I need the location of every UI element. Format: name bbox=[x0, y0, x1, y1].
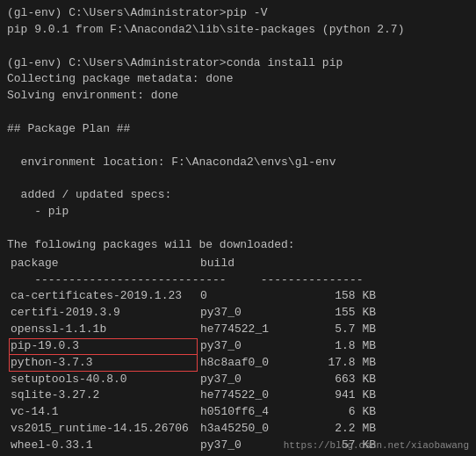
table-row: ca-certificates-2019.1.23 0 158 KB bbox=[7, 288, 469, 305]
pkg-name: ca-certificates-2019.1.23 bbox=[7, 288, 200, 305]
pkg-build: h8c8aaf0_0 bbox=[200, 355, 306, 372]
table-row: sqlite-3.27.2 he774522_0 941 KB bbox=[7, 387, 469, 404]
pkg-build: he774522_1 bbox=[200, 322, 306, 338]
pkg-name: vc-14.1 bbox=[7, 404, 200, 421]
cmd-line-2: pip 9.0.1 from F:\Anaconda2\lib\site-pac… bbox=[7, 22, 469, 39]
table-row: vc-14.1 h0510ff6_4 6 KB bbox=[7, 404, 469, 421]
table-row: certifi-2019.3.9 py37_0 155 KB bbox=[7, 305, 469, 322]
table-row: setuptools-40.8.0 py37_0 663 KB bbox=[7, 372, 469, 388]
pkg-build: h0510ff6_4 bbox=[200, 404, 306, 421]
col-header-size bbox=[306, 256, 376, 272]
pkg-size: 941 KB bbox=[306, 387, 376, 404]
empty-line-5 bbox=[7, 221, 469, 237]
table-row-highlighted: python-3.7.3 h8c8aaf0_0 17.8 MB bbox=[7, 355, 469, 372]
cmd-line-6: Solving environment: done bbox=[7, 88, 469, 105]
pkg-build: he774522_0 bbox=[200, 387, 306, 404]
watermark-text: https://blog.csdn.net/xiaobawang bbox=[284, 440, 469, 451]
col-header-package: package bbox=[7, 256, 200, 272]
pkg-name: wheel-0.33.1 bbox=[7, 438, 200, 454]
added-specs: added / updated specs: bbox=[7, 187, 469, 204]
pkg-build: h3a45250_0 bbox=[200, 421, 306, 438]
pkg-name: python-3.7.3 bbox=[7, 355, 200, 372]
pkg-size: 2.2 MB bbox=[306, 421, 376, 438]
pkg-name: pip-19.0.3 bbox=[7, 338, 200, 355]
pkg-size: 158 KB bbox=[306, 288, 376, 305]
pkg-name: vs2015_runtime-14.15.26706 bbox=[7, 421, 200, 438]
pkg-name: setuptools-40.8.0 bbox=[7, 372, 200, 388]
empty-line-4 bbox=[7, 170, 469, 187]
table-row-highlighted: pip-19.0.3 py37_0 1.8 MB bbox=[7, 338, 469, 355]
pkg-size: 155 KB bbox=[306, 305, 376, 322]
pkg-build: py37_0 bbox=[200, 305, 306, 322]
pkg-build: py37_0 bbox=[200, 372, 306, 388]
pkg-name: openssl-1.1.1b bbox=[7, 322, 200, 338]
pip-spec: - pip bbox=[7, 204, 469, 221]
pkg-size: 1.8 MB bbox=[306, 338, 376, 355]
pkg-size: 5.7 MB bbox=[306, 322, 376, 338]
empty-line-3 bbox=[7, 138, 469, 155]
env-location: environment location: F:\Anaconda2\envs\… bbox=[7, 155, 469, 171]
col-header-build: build bbox=[200, 256, 306, 272]
empty-line-2 bbox=[7, 105, 469, 121]
cmd-line-5: Collecting package metadata: done bbox=[7, 71, 469, 88]
following-text: The following packages will be downloade… bbox=[7, 237, 469, 254]
table-divider: ---------------------------- -----------… bbox=[7, 272, 469, 289]
table-header-row: package build bbox=[7, 256, 469, 272]
pkg-name: certifi-2019.3.9 bbox=[7, 305, 200, 322]
pkg-build: py37_0 bbox=[200, 338, 306, 355]
cmd-line-4: (gl-env) C:\Users\Administrator>conda in… bbox=[7, 55, 469, 72]
table-row: openssl-1.1.1b he774522_1 5.7 MB bbox=[7, 322, 469, 338]
pkg-size: 6 KB bbox=[306, 404, 376, 421]
pkg-name: sqlite-3.27.2 bbox=[7, 387, 200, 404]
pkg-size: 17.8 MB bbox=[306, 355, 376, 372]
packages-table: package build --------------------------… bbox=[7, 256, 469, 456]
table-row: vs2015_runtime-14.15.26706 h3a45250_0 2.… bbox=[7, 421, 469, 438]
cmd-line-1: (gl-env) C:\Users\Administrator>pip -V bbox=[7, 5, 469, 22]
pkg-build: 0 bbox=[200, 288, 306, 305]
terminal-window: (gl-env) C:\Users\Administrator>pip -V p… bbox=[0, 0, 476, 456]
pkg-size: 663 KB bbox=[306, 372, 376, 388]
empty-line-1 bbox=[7, 39, 469, 55]
pkg-plan-header: ## Package Plan ## bbox=[7, 121, 469, 138]
